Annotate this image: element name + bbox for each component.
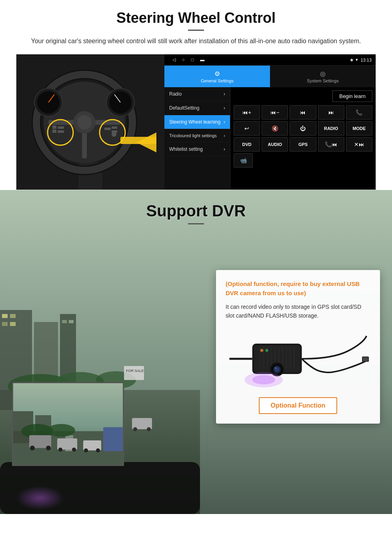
svg-point-69: [58, 448, 62, 452]
svg-rect-74: [103, 427, 124, 451]
svg-rect-18: [52, 130, 56, 133]
svg-rect-22: [112, 126, 117, 129]
ctrl-audio[interactable]: AUDIO: [262, 137, 288, 152]
svg-rect-30: [2, 314, 8, 318]
svg-rect-19: [58, 126, 64, 129]
tab-system-label: System Settings: [307, 78, 338, 83]
dvr-thumbnail-svg: [13, 383, 124, 466]
android-nav-icons: ◁ ○ □ ▬: [172, 57, 204, 62]
ctrl-dvd[interactable]: DVD: [234, 137, 260, 152]
menu-tricoloured-label: Tricoloured light settings: [169, 133, 217, 138]
svg-rect-24: [112, 130, 117, 133]
ctrl-next[interactable]: ⏭: [318, 105, 344, 120]
ctrl-power[interactable]: ⏻: [290, 121, 316, 136]
chevron-right-icon-5: ›: [224, 146, 225, 152]
menu-radio-label: Radio: [169, 91, 182, 97]
chevron-right-icon: ›: [224, 91, 225, 97]
android-menu: Radio › DefaultSetting › Steering Wheel …: [164, 87, 230, 190]
menu-steering-label: Steering Wheel learning: [169, 119, 220, 125]
ctrl-vol-down[interactable]: ⏮−: [262, 105, 288, 120]
ctrl-grid-row1: ⏮+ ⏮− ⏮ ⏭ 📞: [234, 105, 372, 120]
ctrl-mute[interactable]: 🔇: [262, 121, 288, 136]
dvr-title-area: Support DVR: [0, 190, 392, 224]
svg-rect-17: [52, 126, 56, 129]
svg-point-72: [84, 448, 88, 452]
svg-rect-33: [10, 322, 16, 326]
dvr-camera-illustration: [226, 327, 370, 391]
svg-rect-21: [104, 128, 111, 130]
steering-wheel-section: Steering Wheel Control Your original car…: [0, 0, 392, 190]
ctrl-grid-row2: ↩ 🔇 ⏻ RADIO MODE: [234, 121, 372, 136]
android-screen: ◁ ○ □ ▬ ◈ ▾ 13:13 ⚙ General Settings ◎ S…: [164, 54, 376, 190]
recents-icon[interactable]: □: [191, 57, 194, 62]
menu-item-tricoloured[interactable]: Tricoloured light settings ›: [164, 129, 230, 142]
tab-system-settings[interactable]: ◎ System Settings: [270, 66, 376, 87]
svg-point-52: [133, 427, 137, 431]
menu-item-steering-wheel[interactable]: Steering Wheel learning ›: [164, 115, 230, 129]
gear-icon: ⚙: [214, 70, 220, 78]
ctrl-grid-row4: 📹: [234, 153, 372, 168]
svg-rect-20: [58, 130, 64, 133]
begin-learn-button[interactable]: Begin learn: [332, 90, 372, 102]
begin-learn-row: Begin learn: [234, 90, 372, 102]
status-time: 13:13: [360, 58, 372, 62]
optional-function-button[interactable]: Optional Function: [259, 397, 338, 414]
back-icon[interactable]: ◁: [172, 57, 176, 62]
tab-general-settings[interactable]: ⚙ General Settings: [164, 66, 270, 87]
steering-title: Steering Wheel Control: [16, 10, 376, 26]
menu-item-radio[interactable]: Radio ›: [164, 87, 230, 101]
ctrl-phone[interactable]: 📞: [346, 105, 372, 120]
svg-rect-32: [2, 322, 8, 326]
ctrl-call-prev[interactable]: 📞⏮: [318, 137, 344, 152]
ctrl-radio[interactable]: RADIO: [318, 121, 344, 136]
svg-point-66: [30, 446, 35, 450]
menu-item-default-setting[interactable]: DefaultSetting ›: [164, 101, 230, 115]
ctrl-prev[interactable]: ⏮: [290, 105, 316, 120]
svg-point-53: [147, 427, 151, 431]
home-icon[interactable]: ○: [182, 57, 185, 62]
svg-point-67: [46, 446, 51, 450]
dvr-title-divider: [188, 223, 204, 224]
dvr-camera-svg: [226, 327, 370, 391]
dvr-glow: [16, 486, 64, 510]
dvr-small-screenshot: [12, 382, 124, 466]
chevron-right-icon-3: ›: [224, 119, 225, 125]
menu-item-whitelist[interactable]: Whitelist setting ›: [164, 142, 230, 156]
dvr-title: Support DVR: [0, 202, 392, 220]
tab-general-label: General Settings: [201, 78, 234, 83]
svg-text:FOR SALE: FOR SALE: [126, 369, 144, 373]
svg-rect-26: [120, 137, 156, 144]
ctrl-gps[interactable]: GPS: [290, 137, 316, 152]
android-tabs: ⚙ General Settings ◎ System Settings: [164, 66, 376, 87]
menu-whitelist-label: Whitelist setting: [169, 146, 203, 152]
ctrl-vol-up[interactable]: ⏮+: [234, 105, 260, 120]
menu-icon[interactable]: ▬: [200, 57, 204, 62]
ctrl-grid-row3: DVD AUDIO GPS 📞⏮ ✕⏭: [234, 137, 372, 152]
steering-demo-container: ◁ ○ □ ▬ ◈ ▾ 13:13 ⚙ General Settings ◎ S…: [16, 54, 376, 190]
dvr-description: It can record video only to storage in G…: [226, 302, 370, 320]
svg-point-73: [96, 448, 100, 452]
ctrl-mode[interactable]: MODE: [346, 121, 372, 136]
title-divider: [188, 30, 204, 31]
svg-rect-76: [363, 357, 368, 361]
dvr-info-box: (Optional function, require to buy exter…: [216, 270, 380, 424]
location-icon: ◈: [350, 57, 353, 62]
ctrl-back[interactable]: ↩: [234, 121, 260, 136]
steering-photo: [16, 54, 164, 190]
svg-point-70: [72, 448, 76, 452]
dvr-optional-text: (Optional function, require to buy exter…: [226, 280, 370, 298]
chevron-right-icon-2: ›: [224, 105, 225, 111]
svg-point-93: [275, 367, 276, 369]
wifi-icon: ▾: [356, 57, 358, 62]
svg-point-8: [77, 115, 92, 130]
android-content: Radio › DefaultSetting › Steering Wheel …: [164, 87, 376, 190]
ctrl-dvr[interactable]: 📹: [234, 153, 253, 168]
android-right-panel: Begin learn ⏮+ ⏮− ⏮ ⏭ 📞 ↩ 🔇 ⏻: [230, 87, 376, 190]
ctrl-mute-next[interactable]: ✕⏭: [346, 137, 372, 152]
dvr-section: FOR SALE Support DVR: [0, 190, 392, 514]
system-icon: ◎: [320, 70, 326, 78]
svg-rect-31: [10, 314, 16, 318]
svg-point-96: [260, 349, 264, 352]
svg-rect-36: [62, 320, 67, 323]
steering-description: Your original car's steering wheel contr…: [24, 36, 368, 46]
